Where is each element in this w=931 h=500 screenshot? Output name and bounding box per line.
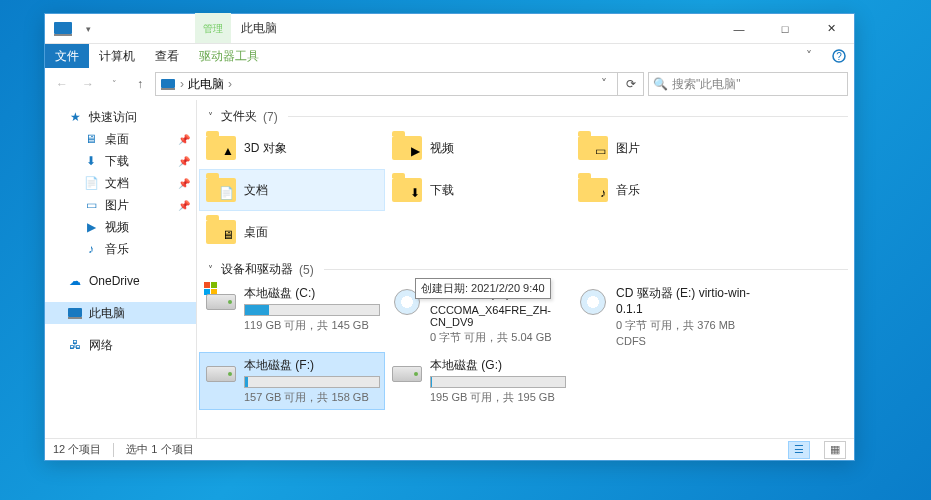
folder-item[interactable]: ▲ 3D 对象 — [199, 127, 385, 169]
sidebar-onedrive[interactable]: ☁OneDrive — [45, 270, 196, 292]
drive-item[interactable]: 本地磁盘 (G:) 195 GB 可用，共 195 GB — [385, 352, 571, 410]
nav-back-button[interactable]: ← — [51, 73, 73, 95]
folder-item[interactable]: 🖥 桌面 — [199, 211, 385, 253]
video-icon: ▶ — [83, 219, 99, 235]
search-placeholder: 搜索"此电脑" — [672, 76, 741, 93]
sidebar-item-pictures[interactable]: ▭图片📌 — [45, 194, 196, 216]
star-icon: ★ — [67, 109, 83, 125]
folder-item[interactable]: 📄 文档 — [199, 169, 385, 211]
address-location[interactable]: 此电脑 — [188, 76, 224, 93]
status-bar: 12 个项目 选中 1 个项目 ☰ ▦ — [45, 438, 854, 460]
ribbon-expand-icon[interactable]: ˅ — [794, 44, 824, 68]
drive-name: 本地磁盘 (F:) — [244, 357, 380, 374]
folder-label: 图片 — [616, 140, 640, 157]
folder-label: 3D 对象 — [244, 140, 287, 157]
folder-icon: ▶ — [390, 131, 424, 165]
nav-up-button[interactable]: ↑ — [129, 73, 151, 95]
contextual-tab-manage[interactable]: 管理 — [195, 13, 231, 43]
drive-item[interactable]: 本地磁盘 (F:) 157 GB 可用，共 158 GB — [199, 352, 385, 410]
chevron-down-icon[interactable]: ˅ — [203, 264, 217, 275]
address-separator[interactable]: › — [180, 77, 184, 91]
folder-label: 视频 — [430, 140, 454, 157]
sidebar-item-downloads[interactable]: ⬇下载📌 — [45, 150, 196, 172]
pin-icon: 📌 — [178, 156, 190, 167]
nav-forward-button[interactable]: → — [77, 73, 99, 95]
nav-recent-button[interactable]: ˅ — [103, 73, 125, 95]
sidebar-label: 网络 — [89, 337, 113, 354]
drive-item[interactable]: CD 驱动器 (E:) virtio-win-0.1.1 0 字节 可用，共 3… — [571, 280, 757, 352]
group-label: 设备和驱动器 — [221, 261, 293, 278]
ribbon-drive-tools[interactable]: 驱动器工具 — [189, 44, 269, 68]
ribbon-computer[interactable]: 计算机 — [89, 44, 145, 68]
content-pane[interactable]: ˅ 文件夹 (7) ▲ 3D 对象▶ 视频▭ 图片📄 文档⬇ 下载♪ 音乐🖥 桌… — [197, 100, 854, 438]
view-large-button[interactable]: ▦ — [824, 441, 846, 459]
drive-name: CD 驱动器 (E:) virtio-win-0.1.1 — [616, 285, 752, 316]
sidebar-item-videos[interactable]: ▶视频 — [45, 216, 196, 238]
folder-icon: ♪ — [576, 173, 610, 207]
sidebar-label: 文档 — [105, 175, 129, 192]
drive-capacity: 157 GB 可用，共 158 GB — [244, 390, 380, 405]
maximize-button[interactable]: □ — [762, 14, 808, 43]
hdd-icon — [204, 285, 238, 319]
address-dropdown-icon[interactable]: ˅ — [595, 77, 613, 91]
chevron-down-icon[interactable]: ˅ — [203, 111, 217, 122]
folder-icon: ▭ — [576, 131, 610, 165]
sidebar-item-music[interactable]: ♪音乐 — [45, 238, 196, 260]
sidebar-network[interactable]: 🖧网络 — [45, 334, 196, 356]
close-button[interactable]: ✕ — [808, 14, 854, 43]
address-bar[interactable]: › 此电脑 › ˅ — [155, 72, 618, 96]
sidebar-label: 快速访问 — [89, 109, 137, 126]
pin-icon: 📌 — [178, 178, 190, 189]
view-details-button[interactable]: ☰ — [788, 441, 810, 459]
folder-item[interactable]: ▭ 图片 — [571, 127, 757, 169]
status-selection: 选中 1 个项目 — [126, 442, 193, 457]
status-item-count: 12 个项目 — [53, 442, 101, 457]
group-header-folders[interactable]: ˅ 文件夹 (7) — [199, 104, 852, 127]
group-header-drives[interactable]: ˅ 设备和驱动器 (5) — [199, 257, 852, 280]
group-count: (5) — [299, 263, 314, 277]
sidebar-this-pc[interactable]: 此电脑 — [45, 302, 196, 324]
ribbon-view[interactable]: 查看 — [145, 44, 189, 68]
folder-label: 音乐 — [616, 182, 640, 199]
address-separator[interactable]: › — [228, 77, 232, 91]
help-icon[interactable]: ? — [824, 44, 854, 68]
folder-item[interactable]: ♪ 音乐 — [571, 169, 757, 211]
ribbon-file[interactable]: 文件 — [45, 44, 89, 68]
nav-sidebar: ★ 快速访问 🖥桌面📌 ⬇下载📌 📄文档📌 ▭图片📌 ▶视频 ♪音乐 ☁OneD… — [45, 100, 197, 438]
picture-icon: ▭ — [83, 197, 99, 213]
svg-rect-7 — [68, 317, 82, 319]
hdd-icon — [204, 357, 238, 391]
sidebar-label: 视频 — [105, 219, 129, 236]
capacity-bar — [244, 304, 380, 316]
folder-item[interactable]: ⬇ 下载 — [385, 169, 571, 211]
folder-label: 桌面 — [244, 224, 268, 241]
folder-item[interactable]: ▶ 视频 — [385, 127, 571, 169]
titlebar[interactable]: ▾ 管理 此电脑 — □ ✕ — [45, 14, 854, 44]
capacity-bar — [430, 376, 566, 388]
drive-capacity: 195 GB 可用，共 195 GB — [430, 390, 566, 405]
title-dropdown-icon[interactable]: ▾ — [81, 14, 95, 43]
refresh-button[interactable]: ⟳ — [618, 72, 644, 96]
pin-icon: 📌 — [178, 134, 190, 145]
sidebar-quick-access[interactable]: ★ 快速访问 — [45, 106, 196, 128]
document-icon: 📄 — [83, 175, 99, 191]
pc-icon — [67, 305, 83, 321]
pin-icon: 📌 — [178, 200, 190, 211]
tooltip: 创建日期: 2021/2/20 9:40 — [415, 278, 551, 299]
sidebar-label: 音乐 — [105, 241, 129, 258]
sidebar-item-desktop[interactable]: 🖥桌面📌 — [45, 128, 196, 150]
minimize-button[interactable]: — — [716, 14, 762, 43]
drive-name2: CCCOMA_X64FRE_ZH-CN_DV9 — [430, 304, 566, 328]
search-input[interactable]: 🔍 搜索"此电脑" — [648, 72, 848, 96]
drive-capacity: 119 GB 可用，共 145 GB — [244, 318, 380, 333]
capacity-bar — [244, 376, 380, 388]
drive-item[interactable]: 本地磁盘 (C:) 119 GB 可用，共 145 GB — [199, 280, 385, 352]
address-row: ← → ˅ ↑ › 此电脑 › ˅ ⟳ 🔍 搜索"此电脑" — [45, 68, 854, 100]
window-title: 此电脑 — [231, 14, 287, 43]
group-count: (7) — [263, 110, 278, 124]
download-icon: ⬇ — [83, 153, 99, 169]
sidebar-item-documents[interactable]: 📄文档📌 — [45, 172, 196, 194]
svg-rect-1 — [54, 34, 72, 36]
svg-rect-9 — [211, 282, 217, 288]
desktop-icon: 🖥 — [83, 131, 99, 147]
